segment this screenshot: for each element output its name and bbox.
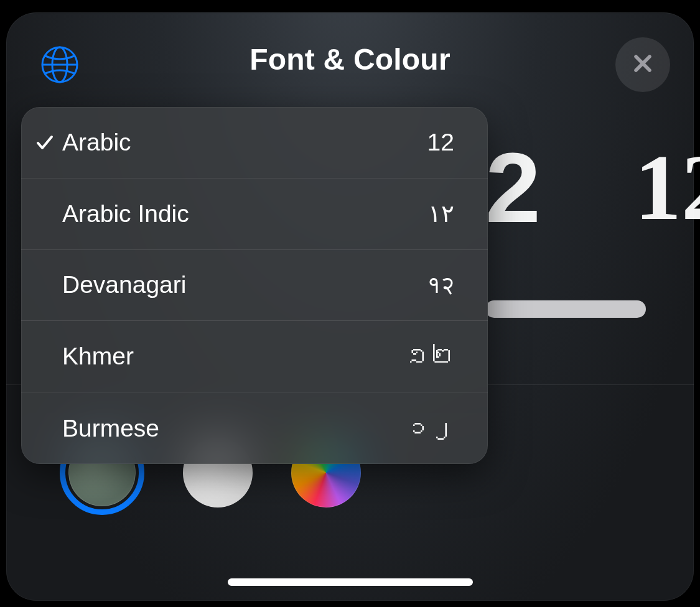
numeral-option-label: Arabic Indic — [62, 200, 428, 228]
numeral-option-khmer[interactable]: Khmer ១២ — [21, 321, 488, 392]
globe-icon — [40, 45, 80, 87]
numeral-option-sample: ១២ — [406, 343, 454, 370]
numeral-option-sample: 12 — [427, 129, 454, 156]
numeral-option-label: Burmese — [62, 415, 406, 442]
numeral-option-label: Khmer — [62, 343, 406, 370]
numeral-language-popover: Arabic 12 Arabic Indic ١٢ Devanagari १२ … — [21, 107, 488, 464]
numeral-language-button[interactable] — [37, 44, 82, 88]
check-icon — [31, 132, 58, 152]
numeral-option-arabic[interactable]: Arabic 12 — [21, 107, 488, 178]
numeral-option-arabic-indic[interactable]: Arabic Indic ١٢ — [21, 178, 488, 250]
close-icon — [630, 51, 655, 78]
font-colour-panel: Font & Colour 2 12 — [6, 12, 694, 601]
home-indicator[interactable] — [228, 578, 473, 586]
font-sample-serif[interactable]: 12 — [635, 134, 700, 241]
numeral-option-burmese[interactable]: Burmese ၁၂ — [21, 392, 488, 464]
numeral-option-label: Devanagari — [62, 271, 427, 299]
numeral-option-sample: ၁၂ — [406, 415, 454, 442]
numeral-option-devanagari[interactable]: Devanagari १२ — [21, 250, 488, 322]
close-button[interactable] — [615, 37, 670, 92]
panel-header: Font & Colour — [6, 12, 694, 106]
panel-title: Font & Colour — [250, 42, 450, 76]
numeral-option-label: Arabic — [62, 129, 427, 156]
numeral-option-sample: ١٢ — [428, 200, 454, 228]
font-sample-stencil[interactable]: 2 — [485, 131, 536, 245]
font-weight-slider[interactable] — [485, 300, 646, 318]
numeral-option-sample: १२ — [427, 271, 454, 299]
